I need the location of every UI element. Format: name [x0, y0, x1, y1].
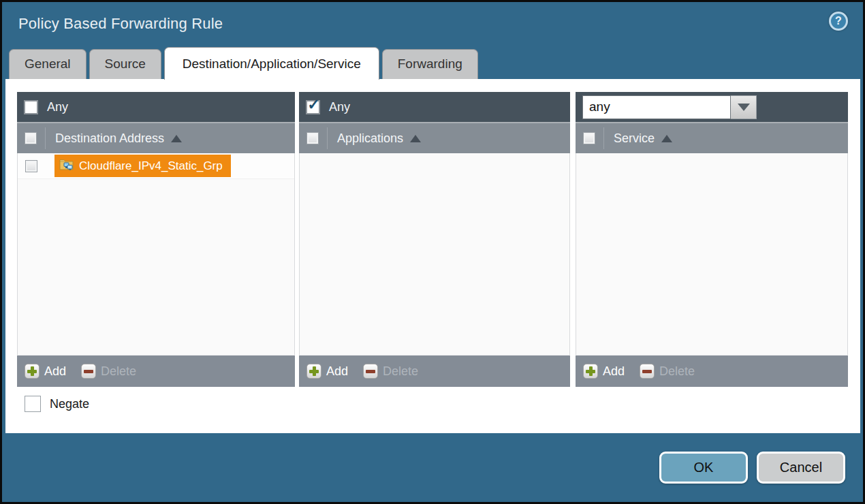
applications-header: Applications: [299, 122, 570, 153]
add-button-label: Add: [603, 364, 625, 379]
destination-address-chip[interactable]: Cloudflare_IPv4_Static_Grp: [54, 155, 231, 177]
applications-delete-button[interactable]: Delete: [363, 364, 418, 379]
destination-address-list: Cloudflare_IPv4_Static_Grp: [17, 153, 295, 355]
add-icon: [583, 364, 598, 379]
tab-general[interactable]: General: [9, 49, 86, 79]
delete-icon: [640, 364, 655, 379]
delete-button-label: Delete: [101, 364, 136, 379]
applications-any-bar: Any: [299, 92, 570, 122]
service-dropdown-bar: any: [576, 92, 848, 122]
service-header-sort[interactable]: Service: [603, 127, 672, 149]
applications-any-checkbox[interactable]: [306, 100, 320, 114]
add-icon: [306, 364, 321, 379]
chevron-down-icon: [738, 104, 750, 111]
destination-header-sort[interactable]: Destination Address: [45, 127, 182, 149]
service-column: any Service: [576, 92, 848, 387]
service-footer: Add Delete: [576, 355, 848, 387]
service-header-label: Service: [614, 131, 655, 146]
destination-any-checkbox[interactable]: [24, 100, 38, 114]
applications-add-button[interactable]: Add: [306, 364, 348, 379]
delete-button-label: Delete: [659, 364, 695, 379]
service-dropdown-value: any: [582, 95, 731, 119]
add-icon: [25, 364, 40, 379]
destination-footer: Add Delete: [17, 355, 295, 387]
destination-address-row[interactable]: Cloudflare_IPv4_Static_Grp: [18, 153, 294, 179]
sort-ascending-icon: [661, 135, 672, 142]
service-delete-button[interactable]: Delete: [640, 364, 695, 379]
negate-label: Negate: [50, 397, 89, 411]
applications-select-all-checkbox[interactable]: [306, 132, 319, 144]
negate-row: Negate: [25, 396, 860, 412]
negate-checkbox[interactable]: [25, 396, 41, 412]
service-type-dropdown[interactable]: any: [582, 95, 757, 119]
tab-content-panel: Any Destination Address: [5, 79, 860, 433]
destination-row-checkbox[interactable]: [25, 160, 37, 172]
applications-any-label: Any: [329, 100, 350, 114]
help-icon[interactable]: ?: [829, 12, 848, 31]
applications-header-label: Applications: [337, 131, 403, 146]
tab-forwarding[interactable]: Forwarding: [382, 49, 478, 79]
policy-forwarding-dialog: Policy Based Forwarding Rule ? General S…: [0, 0, 865, 504]
destination-address-header: Destination Address: [17, 122, 295, 153]
service-header: Service: [576, 122, 848, 153]
dialog-button-bar: OK Cancel: [2, 433, 863, 484]
destination-add-button[interactable]: Add: [25, 364, 66, 379]
ok-button[interactable]: OK: [659, 452, 748, 484]
delete-icon: [81, 364, 96, 379]
service-select-all-checkbox[interactable]: [583, 132, 595, 144]
tab-destination-application-service[interactable]: Destination/Application/Service: [164, 47, 379, 80]
applications-header-sort[interactable]: Applications: [327, 127, 421, 149]
cancel-button[interactable]: Cancel: [757, 452, 845, 484]
service-add-button[interactable]: Add: [583, 364, 625, 379]
service-dropdown-button[interactable]: [731, 95, 757, 119]
delete-button-label: Delete: [383, 364, 418, 379]
sort-ascending-icon: [171, 135, 182, 142]
destination-any-bar: Any: [17, 92, 295, 122]
destination-header-label: Destination Address: [55, 131, 164, 146]
tab-source[interactable]: Source: [89, 49, 161, 79]
applications-list: [299, 153, 570, 355]
destination-address-name: Cloudflare_IPv4_Static_Grp: [79, 159, 223, 173]
tab-bar: General Source Destination/Application/S…: [2, 46, 863, 79]
applications-column: Any Applications Add: [299, 92, 570, 387]
dialog-titlebar: Policy Based Forwarding Rule ?: [2, 2, 863, 46]
destination-address-column: Any Destination Address: [17, 92, 295, 387]
destination-select-all-checkbox[interactable]: [25, 132, 37, 144]
add-button-label: Add: [326, 364, 348, 379]
destination-delete-button[interactable]: Delete: [81, 364, 136, 379]
address-group-icon: [59, 158, 74, 174]
applications-footer: Add Delete: [299, 355, 570, 387]
service-list: [576, 153, 848, 355]
delete-icon: [363, 364, 378, 379]
sort-ascending-icon: [410, 135, 421, 142]
dialog-title: Policy Based Forwarding Rule: [18, 15, 223, 33]
selection-columns: Any Destination Address: [17, 92, 860, 387]
destination-any-label: Any: [47, 100, 68, 114]
add-button-label: Add: [44, 364, 66, 379]
help-icon-glyph: ?: [835, 15, 842, 27]
